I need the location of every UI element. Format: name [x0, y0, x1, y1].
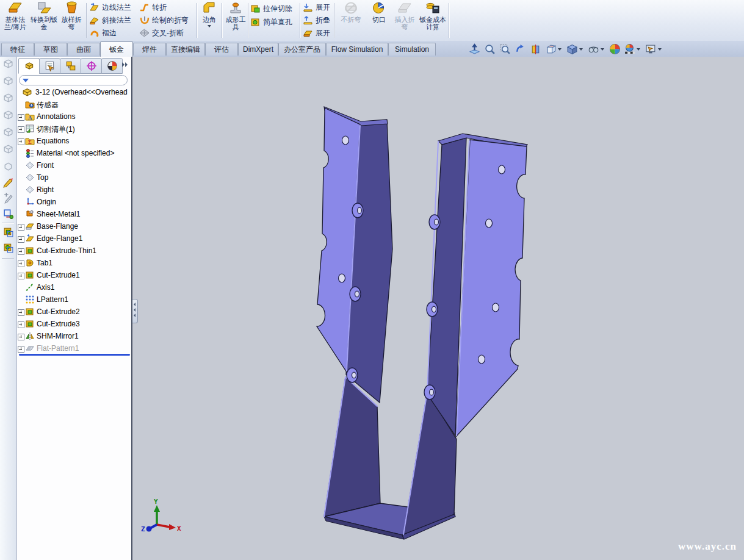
graphics-viewport[interactable]: Y X Z www.ayc.cn — [131, 57, 744, 560]
hide-show-dropdown-arrow[interactable] — [601, 48, 604, 51]
zoom-to-fit-icon[interactable] — [484, 43, 496, 55]
expand-toggle[interactable] — [18, 224, 24, 231]
extruded-cut-button[interactable]: 拉伸切除 — [250, 2, 292, 15]
tab-sketch[interactable]: 草图 — [34, 43, 67, 56]
tree-root-row[interactable]: 3-12 (Overhead<<Overhead — [17, 86, 131, 98]
tree-row-cut-extrude3[interactable]: Cut-Extrude3 — [17, 318, 131, 330]
tree-row-top-plane[interactable]: Top — [17, 171, 131, 184]
tree-row-equations[interactable]: Σ Equations — [17, 135, 131, 147]
corner-button[interactable]: 边角 — [198, 1, 220, 40]
simple-hole-button[interactable]: 简单直孔 — [250, 16, 292, 28]
expand-toggle[interactable] — [18, 138, 24, 145]
tab-weldments[interactable]: 焊件 — [133, 43, 166, 56]
expand-toggle[interactable] — [18, 260, 24, 267]
filter-input[interactable] — [29, 76, 127, 85]
forming-tool-button[interactable]: 成形工具 — [223, 1, 248, 40]
view-orientation-icon[interactable] — [545, 43, 557, 55]
expand-toggle[interactable] — [18, 309, 24, 316]
convert-to-sheet-metal-button[interactable]: 转换到钣金 — [31, 1, 57, 40]
tree-row-shm-mirror1[interactable]: SHM-Mirror1 — [17, 330, 131, 342]
cross-break-button[interactable]: 交叉-折断 — [139, 27, 184, 39]
tab-features[interactable]: 特征 — [1, 43, 34, 56]
hem-button[interactable]: 褶边 — [89, 27, 117, 39]
jog-button[interactable]: 转折 — [139, 1, 167, 13]
display-style-icon[interactable] — [566, 43, 579, 55]
normal-to-icon[interactable] — [469, 43, 481, 55]
tree-row-front-plane[interactable]: Front — [17, 159, 131, 171]
section-view-icon[interactable] — [530, 43, 542, 55]
miter-flange-button[interactable]: 斜接法兰 — [89, 14, 131, 26]
rip-button[interactable]: 切口 — [368, 1, 390, 40]
tree-row-origin[interactable]: Origin — [17, 196, 131, 208]
corner-dropdown-arrow[interactable] — [208, 25, 211, 27]
view-cube-icon-3[interactable] — [2, 92, 14, 104]
insert-bends-button[interactable]: 插入折弯 — [392, 1, 417, 40]
expand-toggle[interactable] — [18, 126, 24, 133]
view-cube-icon-6[interactable] — [2, 143, 14, 155]
tree-row-lpattern1[interactable]: LPattern1 — [17, 293, 131, 306]
right-flange-face[interactable] — [456, 140, 527, 437]
configurationmanager-tab[interactable] — [60, 58, 81, 74]
previous-view-icon[interactable] — [515, 43, 527, 55]
tree-row-material[interactable]: Material <not specified> — [17, 147, 131, 159]
view-settings-dropdown-arrow[interactable] — [658, 48, 662, 51]
dimxpertmanager-tab[interactable] — [81, 58, 102, 74]
base-flange-button[interactable]: 基体法兰/薄片 — [1, 1, 29, 40]
tree-row-axis1[interactable]: Axis1 — [17, 281, 131, 293]
hide-show-items-icon[interactable] — [588, 43, 600, 55]
tab-simulation[interactable]: Simulation — [388, 43, 436, 56]
extrude-icon-1[interactable] — [2, 226, 14, 238]
sheet-metal-cost-button[interactable]: 钣金成本计算 — [419, 1, 447, 40]
tree-row-right-plane[interactable]: Right — [17, 184, 131, 196]
tab-office-products[interactable]: 办公室产品 — [278, 43, 326, 56]
tab-sheet-metal[interactable]: 钣金 — [100, 41, 133, 57]
flatten-button[interactable]: 展开 — [303, 27, 330, 39]
expand-toggle[interactable] — [18, 248, 24, 255]
view-cube-icon-1[interactable] — [2, 58, 14, 70]
sketch-icon[interactable] — [2, 176, 14, 188]
unfold-button[interactable]: 展开 — [303, 1, 330, 13]
tab-flow-simulation[interactable]: Flow Simulation — [326, 43, 388, 56]
expand-toggle[interactable] — [18, 114, 24, 121]
lofted-bend-button[interactable]: 放样折弯 — [59, 1, 84, 40]
view-cube-icon-4[interactable] — [2, 109, 14, 121]
view-orientation-dropdown-arrow[interactable] — [558, 48, 562, 51]
expand-toggle[interactable] — [18, 321, 24, 328]
apply-scene-icon[interactable] — [624, 43, 636, 55]
panel-tabs-overflow-chevron-icon[interactable] — [122, 62, 129, 68]
tab-evaluate[interactable]: 评估 — [205, 43, 238, 56]
tree-row-cut-extrude-thin1[interactable]: Cut-Extrude-Thin1 — [17, 245, 131, 257]
stirrup-left-plate[interactable] — [324, 377, 380, 517]
expand-toggle[interactable] — [18, 273, 24, 279]
convert-entities-icon[interactable] — [2, 208, 14, 220]
edge-flange-button[interactable]: 边线法兰 — [89, 1, 131, 13]
displaymanager-tab[interactable] — [101, 58, 123, 74]
display-style-dropdown-arrow[interactable] — [579, 48, 583, 51]
expand-toggle[interactable] — [18, 236, 24, 243]
panel-splitter-handle[interactable] — [132, 299, 138, 323]
expand-toggle[interactable] — [18, 334, 24, 340]
apply-scene-dropdown-arrow[interactable] — [637, 48, 640, 51]
tree-row-cut-extrude1[interactable]: Cut-Extrude1 — [17, 269, 131, 281]
tree-row-edge-flange1[interactable]: Edge-Flange1 — [17, 232, 131, 245]
tree-row-annotations[interactable]: A Annotations — [17, 110, 131, 123]
propertymanager-tab[interactable] — [39, 58, 60, 74]
fold-button[interactable]: 折叠 — [303, 14, 330, 26]
tab-direct-editing[interactable]: 直接编辑 — [166, 43, 205, 56]
view-cube-icon-5[interactable] — [2, 126, 14, 138]
sketched-bend-button[interactable]: 绘制的折弯 — [139, 14, 189, 26]
view-cube-icon-7[interactable] — [2, 160, 14, 172]
sketch-3d-icon[interactable] — [2, 192, 14, 204]
view-cube-icon-2[interactable] — [2, 75, 14, 87]
tab-surfaces[interactable]: 曲面 — [67, 43, 100, 56]
tree-row-cut-list[interactable]: 切割清单(1) — [17, 123, 131, 135]
tree-row-base-flange[interactable]: Base-Flange — [17, 220, 131, 232]
tree-row-sheet-metal1[interactable]: Sheet-Metal1 — [17, 208, 131, 220]
view-settings-icon[interactable] — [645, 43, 657, 55]
zoom-to-area-icon[interactable] — [499, 43, 511, 55]
tab-dimxpert[interactable]: DimXpert — [238, 43, 278, 56]
extrude-icon-2[interactable] — [2, 242, 14, 254]
no-bends-button[interactable]: 不折弯 — [336, 1, 366, 40]
tree-row-sensors[interactable]: 传感器 — [17, 98, 131, 110]
tree-row-flat-pattern1[interactable]: Flat-Pattern1 — [17, 342, 131, 354]
